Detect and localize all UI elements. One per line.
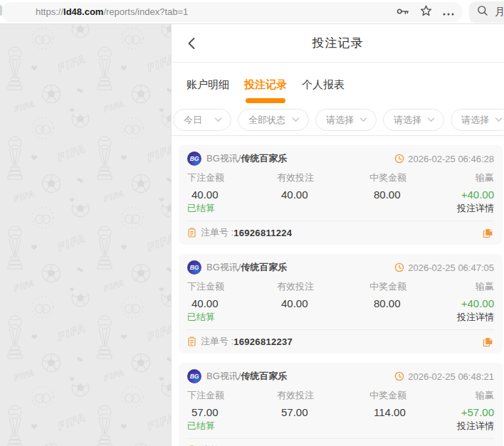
valid-bet-label: 有效投注 xyxy=(277,389,369,402)
status-badge: 已结算 xyxy=(187,311,215,324)
bet-detail-link[interactable]: 投注详情 xyxy=(457,202,494,215)
bet-amount-value: 40.00 xyxy=(187,297,277,309)
order-note-icon xyxy=(187,336,196,346)
game-name: 传统百家乐 xyxy=(241,153,287,164)
profit-value: +40.00 xyxy=(461,297,494,309)
bet-amount-label: 下注金额 xyxy=(187,389,277,402)
bet-detail-link[interactable]: 投注详情 xyxy=(457,311,494,324)
filter-label: 请选择 xyxy=(461,114,489,127)
clock-icon xyxy=(394,371,404,381)
win-amount-label: 中奖金额 xyxy=(369,389,461,402)
win-amount-label: 中奖金额 xyxy=(369,280,461,293)
tab-1[interactable]: 投注记录 xyxy=(244,63,287,107)
browser-topbar: https://ld48.com/reports/index?tab=1 月球 xyxy=(0,0,504,24)
record-time: 2026-02-25 06:48:21 xyxy=(394,371,494,382)
status-badge: 已结算 xyxy=(187,202,215,215)
filter-label: 今日 xyxy=(184,114,202,127)
tab-favicon-sliver xyxy=(0,5,2,16)
bet-records-panel: 投注记录 账户明细 投注记录 个人报表 今日 全部状态 请选择 请选择 请选择 … xyxy=(172,24,504,446)
valid-bet-value: 40.00 xyxy=(277,297,369,309)
order-note-icon xyxy=(187,228,196,238)
chevron-down-icon xyxy=(214,117,222,122)
records-list: BG BG视讯/传统百家乐 2026-02-25 06:46:28 下注金额 有… xyxy=(172,136,504,446)
filter-label: 请选择 xyxy=(326,114,354,127)
copy-icon xyxy=(483,228,493,238)
page-title: 投注记录 xyxy=(313,35,364,51)
profit-label: 输赢 xyxy=(461,389,494,402)
profit-value: +40.00 xyxy=(461,189,494,201)
provider-name: BG视讯 xyxy=(206,262,238,272)
game-name: 传统百家乐 xyxy=(241,371,287,381)
filter-dropdown-0[interactable]: 今日 xyxy=(173,109,231,131)
timestamp: 2026-02-25 06:46:28 xyxy=(408,154,494,164)
clock-icon xyxy=(394,154,404,164)
copy-button[interactable] xyxy=(481,335,494,348)
filter-label: 全部状态 xyxy=(248,114,285,127)
chevron-down-icon xyxy=(427,117,435,122)
bg-provider-logo: BG xyxy=(187,260,201,275)
address-bar[interactable]: https://ld48.com/reports/index?tab=1 xyxy=(1,2,463,22)
url-path: /reports/index?tab=1 xyxy=(103,6,188,17)
url-domain: ld48.com xyxy=(63,6,103,17)
record-time: 2026-02-25 06:47:05 xyxy=(394,262,494,273)
tabs-bar: 账户明细 投注记录 个人报表 xyxy=(172,63,504,107)
copy-icon xyxy=(483,336,493,347)
filter-dropdown-4[interactable]: 请选择 xyxy=(451,109,504,131)
valid-bet-label: 有效投注 xyxy=(277,280,369,293)
search-icon xyxy=(477,5,488,19)
game-title: BG视讯/传统百家乐 xyxy=(206,370,287,383)
timestamp: 2026-02-25 06:47:05 xyxy=(408,262,494,273)
game-title: BG视讯/传统百家乐 xyxy=(206,261,287,274)
provider-name: BG视讯 xyxy=(206,371,238,381)
url-text[interactable]: https://ld48.com/reports/index?tab=1 xyxy=(36,6,397,17)
bg-provider-logo: BG xyxy=(187,152,201,166)
game-title: BG视讯/传统百家乐 xyxy=(206,152,287,165)
bg-provider-logo: BG xyxy=(187,369,201,383)
chevron-down-icon xyxy=(292,117,300,122)
win-amount-value: 80.00 xyxy=(369,297,461,309)
win-amount-value: 80.00 xyxy=(369,189,461,201)
bet-detail-link[interactable]: 投注详情 xyxy=(457,420,494,432)
filter-label: 请选择 xyxy=(394,114,421,127)
divider xyxy=(187,221,494,221)
bookmark-star-icon[interactable] xyxy=(420,5,432,19)
panel-header: 投注记录 xyxy=(172,24,504,63)
win-amount-value: 114.00 xyxy=(369,406,461,418)
bet-record-card: BG BG视讯/传统百家乐 2026-02-25 06:48:21 下注金额 有… xyxy=(179,363,503,446)
back-button[interactable] xyxy=(187,35,204,52)
order-number-label: 注单号 : xyxy=(201,335,233,348)
fifa-pattern-svg: FIFA FIFA xyxy=(0,24,172,446)
password-key-icon[interactable] xyxy=(397,6,409,18)
overflow-menu-icon[interactable] xyxy=(443,6,454,18)
status-badge: 已结算 xyxy=(187,420,215,432)
chevron-down-icon xyxy=(495,117,503,122)
valid-bet-value: 40.00 xyxy=(277,189,369,201)
bet-amount-label: 下注金额 xyxy=(187,171,277,184)
win-amount-label: 中奖金额 xyxy=(369,171,461,184)
timestamp: 2026-02-25 06:48:21 xyxy=(408,371,494,382)
bet-amount-value: 40.00 xyxy=(187,189,277,201)
screen: https://ld48.com/reports/index?tab=1 月球 xyxy=(0,0,504,446)
filters-bar: 今日 全部状态 请选择 请选择 请选择 xyxy=(172,107,504,135)
copy-button[interactable] xyxy=(481,226,494,239)
filter-dropdown-1[interactable]: 全部状态 xyxy=(238,109,309,131)
filter-dropdown-2[interactable]: 请选择 xyxy=(315,109,377,131)
order-number: 16926811224 xyxy=(233,228,292,238)
clock-icon xyxy=(394,262,404,272)
url-scheme: https:// xyxy=(36,6,63,17)
browser-search[interactable]: 月球 xyxy=(469,1,504,23)
profit-label: 输赢 xyxy=(461,171,494,184)
tab-0[interactable]: 账户明细 xyxy=(187,63,229,107)
chevron-left-icon xyxy=(187,37,196,50)
bet-record-card: BG BG视讯/传统百家乐 2026-02-25 06:46:28 下注金额 有… xyxy=(179,145,503,245)
order-number: 16926812237 xyxy=(233,336,293,347)
valid-bet-value: 57.00 xyxy=(277,406,369,418)
bet-amount-label: 下注金额 xyxy=(187,280,277,293)
search-text: 月球 xyxy=(495,6,504,18)
game-name: 传统百家乐 xyxy=(241,262,287,272)
divider xyxy=(187,329,494,330)
profit-value: +57.00 xyxy=(461,406,494,418)
divider xyxy=(187,438,494,439)
tab-2[interactable]: 个人报表 xyxy=(302,63,345,107)
filter-dropdown-3[interactable]: 请选择 xyxy=(383,109,444,131)
